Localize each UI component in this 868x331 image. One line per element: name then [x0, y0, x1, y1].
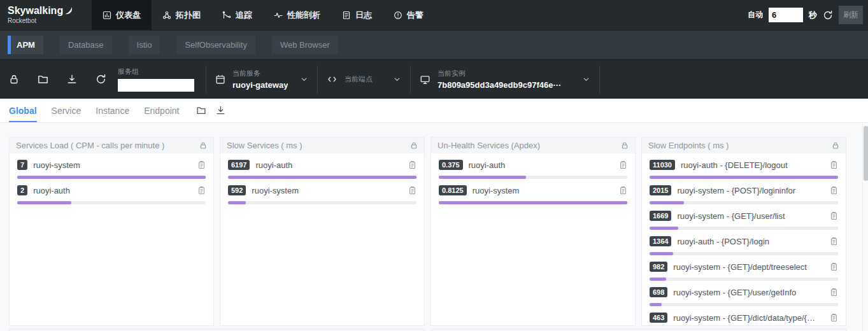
clipboard-icon[interactable] [197, 160, 206, 169]
layer-tab-istio[interactable]: Istio [129, 36, 160, 54]
nav-item-profile[interactable]: 性能剖析 [263, 0, 331, 30]
calendar-icon [215, 74, 225, 85]
nav-item-dashboard[interactable]: 仪表盘 [92, 0, 152, 30]
tab-instance[interactable]: Instance [96, 99, 129, 122]
metric-row: 2015ruoyi-system - {POST}/logininfor [650, 183, 838, 204]
value-bar [439, 201, 627, 204]
value-badge: 463 [650, 313, 667, 323]
lock-icon[interactable] [832, 141, 839, 150]
folder-icon[interactable] [196, 106, 206, 115]
topology-icon [162, 11, 171, 20]
clipboard-icon[interactable] [830, 186, 838, 195]
metric-name: ruoyi-system - {GET}/user/getInfo [673, 288, 824, 297]
bar-track [650, 201, 838, 204]
tab-endpoint[interactable]: Endpoint [144, 99, 179, 122]
app-logo[interactable]: Skywalking Rocketbot [8, 6, 85, 24]
bar-track [439, 201, 627, 204]
main-nav: 仪表盘 拓扑图 追踪 性能剖析 日志 [92, 0, 434, 30]
clipboard-icon[interactable] [197, 186, 206, 195]
auto-refresh-toggle[interactable]: 自动 [748, 10, 763, 20]
nav-item-log[interactable]: 日志 [331, 0, 383, 30]
lock-icon[interactable] [199, 141, 207, 150]
value-badge: 1364 [650, 236, 671, 246]
layer-tab-database[interactable]: Database [60, 36, 112, 54]
metric-row: 698ruoyi-system - {GET}/user/getInfo [650, 285, 838, 306]
bar-track [650, 278, 838, 281]
metric-name: ruoyi-auth - {POST}/login [677, 237, 824, 246]
current-endpoint-selector[interactable]: 当前端点 [317, 66, 410, 94]
refresh-icon[interactable] [96, 74, 106, 85]
metric-row: 982ruoyi-system - {GET}/dept/treeselect [650, 259, 838, 281]
lock-icon[interactable] [9, 74, 19, 85]
value-bar [650, 252, 673, 255]
layer-tab-web-browser[interactable]: Web Browser [272, 36, 338, 54]
card-rows: 7ruoyi-system2ruoyi-auth [10, 153, 213, 204]
nav-item-alarm[interactable]: 告警 [383, 0, 434, 30]
card-rows: 6197ruoyi-auth592ruoyi-system [220, 153, 424, 204]
download-icon[interactable] [216, 106, 225, 115]
selector-label: 当前端点 [345, 74, 373, 84]
metric-row: 7ruoyi-system [17, 157, 206, 179]
clipboard-icon[interactable] [830, 262, 838, 271]
card-services-load: Services Load ( CPM - calls per minute )… [9, 137, 214, 326]
metric-name: ruoyi-system [473, 186, 613, 195]
layer-tab-apm[interactable]: APM [8, 36, 43, 54]
code-icon [327, 74, 338, 84]
trace-icon [222, 11, 231, 20]
card-title: Slow Services ( ms ) [227, 141, 302, 150]
tab-global[interactable]: Global [9, 99, 37, 122]
layer-tab-selfobservability[interactable]: SelfObservability [176, 36, 255, 54]
clipboard-icon[interactable] [408, 160, 416, 169]
value-badge: 2015 [650, 185, 671, 195]
clipboard-icon[interactable] [830, 160, 838, 169]
nav-item-trace[interactable]: 追踪 [211, 0, 263, 30]
value-bar [439, 176, 526, 179]
value-bar [650, 201, 684, 204]
value-bar [650, 278, 666, 281]
clipboard-icon[interactable] [830, 211, 838, 220]
lock-icon[interactable] [410, 141, 418, 150]
clipboard-icon[interactable] [408, 186, 416, 195]
value-badge: 11030 [650, 160, 675, 170]
folder-icon[interactable] [38, 74, 48, 85]
card-title: Slow Endpoints ( ms ) [648, 141, 729, 150]
card-rows: 11030ruoyi-auth - {DELETE}/logout2015ruo… [642, 153, 846, 326]
value-badge: 6197 [228, 160, 250, 170]
current-service-selector[interactable]: 当前服务 ruoyi-gateway [206, 66, 317, 94]
refresh-button[interactable]: 刷新 [839, 6, 863, 24]
value-badge: 0.8125 [439, 185, 467, 195]
value-bar [650, 227, 678, 230]
interval-input[interactable] [769, 8, 803, 22]
clipboard-icon[interactable] [830, 237, 838, 246]
partial-card [9, 328, 425, 331]
metric-row: 0.375ruoyi-auth [439, 157, 627, 179]
nav-item-topology[interactable]: 拓扑图 [152, 0, 211, 30]
metric-row: 6197ruoyi-auth [228, 157, 416, 179]
metric-name: ruoyi-system - {GET}/dept/treeselect [673, 262, 824, 272]
tab-service[interactable]: Service [52, 99, 82, 122]
nav-item-label: 性能剖析 [287, 10, 320, 21]
selector-value: ruoyi-gateway [232, 80, 288, 90]
refresh-icon[interactable] [823, 10, 833, 20]
current-instance-selector[interactable]: 当前实例 7b809a95dd3a49edb9c97f46e··· [410, 66, 600, 94]
value-bar [17, 176, 206, 179]
metric-name: ruoyi-system [33, 160, 192, 170]
dashboard-content: Services Load ( CPM - calls per minute )… [0, 123, 868, 331]
scrollbar-thumb[interactable] [864, 126, 868, 181]
card-rows: 0.375ruoyi-auth0.8125ruoyi-system [431, 153, 635, 204]
logo-title: Skywalking [8, 6, 63, 16]
clipboard-icon[interactable] [830, 288, 838, 297]
toolbar-icons [0, 74, 117, 85]
lock-icon[interactable] [621, 141, 629, 150]
alarm-icon [394, 11, 402, 20]
download-icon[interactable] [67, 74, 77, 85]
clipboard-icon[interactable] [619, 186, 627, 195]
metric-name: ruoyi-system - {GET}/dict/data/type/{… [673, 313, 824, 323]
partial-card [430, 328, 846, 331]
card-title: Un-Health Services (Apdex) [438, 141, 540, 150]
clipboard-icon[interactable] [830, 313, 838, 322]
vertical-scrollbar[interactable] [862, 123, 868, 331]
clipboard-icon[interactable] [619, 160, 627, 169]
service-group-input[interactable] [118, 79, 194, 92]
metric-row: 463ruoyi-system - {GET}/dict/data/type/{… [650, 310, 838, 326]
